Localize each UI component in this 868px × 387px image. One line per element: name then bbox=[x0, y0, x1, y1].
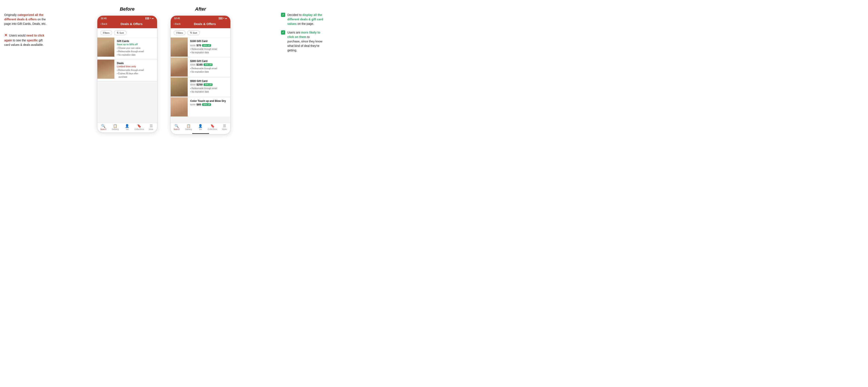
right-annotation-text-1: Decided to display all the different dea… bbox=[287, 13, 323, 26]
after-tab-delivery-label: Delivery bbox=[185, 128, 192, 130]
before-spacer bbox=[97, 82, 157, 107]
after-filter-button[interactable]: Filters bbox=[174, 30, 186, 35]
before-tab-more-label: More bbox=[149, 128, 153, 130]
after-card-4-current: $85 bbox=[196, 103, 201, 106]
before-card-1-subtitle: Save up to 50% off bbox=[117, 43, 155, 46]
chevron-left-icon: ‹ bbox=[100, 23, 101, 26]
after-tab-more-label: More bbox=[222, 128, 227, 130]
after-search-icon: 🔍 bbox=[175, 124, 179, 128]
scroll-indicator bbox=[170, 132, 230, 134]
after-card-1-title: $100 Gift Card bbox=[190, 40, 208, 43]
after-collections-icon: 🔖 bbox=[210, 124, 215, 128]
left-annotation-block-2: ✕ Users would need to click again to see… bbox=[4, 32, 49, 47]
scroll-bar bbox=[192, 133, 209, 134]
before-card-deals[interactable]: Deals Limited time only • Redeemable thr… bbox=[97, 60, 157, 81]
before-more-icon: ☰ bbox=[150, 124, 153, 128]
before-phone: 12:41 ▐▐▐ ▾ ▬ ‹ Back Deals & Offers Filt… bbox=[97, 15, 157, 133]
after-card-3-badge: 50% off bbox=[204, 83, 213, 86]
after-filter-label: Filters bbox=[177, 32, 183, 34]
after-signal-icon: ▐▐▐ bbox=[218, 17, 222, 19]
filter-label: Filters bbox=[103, 32, 110, 34]
before-me-icon: 👤 bbox=[125, 124, 129, 128]
before-card-1-info: • Choose your own value • Redeemable thr… bbox=[117, 46, 155, 57]
after-tab-search[interactable]: 🔍 Search bbox=[172, 124, 181, 130]
after-card-4-price: $155 $85 45% off bbox=[190, 103, 228, 106]
after-card-3-title: $500 Gift Card bbox=[190, 79, 228, 82]
right-highlight-green-1: display all the different deals & gift c… bbox=[287, 13, 323, 26]
after-tab-more[interactable]: ☰ More bbox=[220, 124, 229, 130]
after-chevron-left-icon: ‹ bbox=[174, 23, 175, 26]
before-status-bar: 12:41 ▐▐▐ ▾ ▬ bbox=[97, 16, 157, 21]
left-annotation-block-1: Originally categorized all the different… bbox=[4, 13, 49, 26]
after-card-1-body: $100 Gift Card $100 $70 30% off • Redeem… bbox=[188, 38, 230, 57]
signal-icon: ▐▐▐ bbox=[145, 17, 149, 19]
before-tab-more[interactable]: ☰ More bbox=[147, 124, 156, 130]
after-card-300[interactable]: $300 Gift Card $300 $165 45% off • Redee… bbox=[170, 58, 230, 77]
after-card-100[interactable]: $100 Gift Card $100 $70 30% off • Redeem… bbox=[170, 38, 230, 57]
before-card-2-body: Deals Limited time only • Redeemable thr… bbox=[114, 60, 157, 81]
before-sort-button[interactable]: ⇅ Sort bbox=[114, 30, 126, 35]
after-back-button[interactable]: ‹ Back bbox=[174, 23, 181, 26]
highlight-red-2: need to click again bbox=[4, 34, 44, 42]
after-column: After 12:41 ▐▐▐ ▾ ▬ ‹ Back Deals & Offer… bbox=[170, 6, 231, 135]
before-search-icon: 🔍 bbox=[101, 124, 105, 128]
after-phone: 12:41 ▐▐▐ ▾ ▬ ‹ Back Deals & Offers Filt… bbox=[170, 15, 231, 135]
before-filter-button[interactable]: Filters bbox=[100, 30, 112, 35]
after-card-500[interactable]: $500 Gift Card $500 $250 50% off • Redee… bbox=[170, 77, 230, 97]
before-card-1-image bbox=[97, 38, 114, 57]
after-card-3-image bbox=[170, 77, 188, 97]
before-tab-search[interactable]: 🔍 Search bbox=[99, 124, 108, 130]
before-tab-me[interactable]: 👤 Me bbox=[122, 124, 132, 130]
after-card-4-original: $155 bbox=[190, 103, 195, 106]
after-card-4-title: Color Touch up and Blow Dry bbox=[190, 100, 228, 103]
before-tab-me-label: Me bbox=[126, 128, 129, 130]
after-tab-me[interactable]: 👤 Me bbox=[196, 124, 205, 130]
before-delivery-icon: 📋 bbox=[113, 124, 117, 128]
after-more-icon: ☰ bbox=[223, 124, 226, 128]
before-card-1-body: Gift Cards Save up to 50% off • Choose y… bbox=[114, 38, 157, 59]
before-card-gift-cards[interactable]: Gift Cards Save up to 50% off • Choose y… bbox=[97, 38, 157, 59]
after-card-3-current: $250 bbox=[196, 83, 203, 86]
after-sort-button[interactable]: ⇅ Sort bbox=[187, 30, 200, 35]
after-card-2-badge: 45% off bbox=[204, 64, 213, 66]
annotation-text-2: Users would need to click again to see t… bbox=[4, 34, 44, 46]
right-annotation-block-1: ✓ Decided to display all the different d… bbox=[281, 13, 323, 26]
after-card-3-original: $500 bbox=[190, 83, 195, 86]
before-tab-delivery[interactable]: 📋 Delivery bbox=[111, 124, 120, 130]
after-card-color[interactable]: Color Touch up and Blow Dry $155 $85 45%… bbox=[170, 97, 230, 116]
after-card-1-badge: 30% off bbox=[202, 44, 211, 47]
after-card-2-title: $300 Gift Card bbox=[190, 60, 228, 63]
after-card-1-current: $70 bbox=[196, 44, 201, 47]
left-annotation-panel: Originally categorized all the different… bbox=[4, 6, 51, 54]
before-collections-icon: 🔖 bbox=[137, 124, 141, 128]
before-title: Before bbox=[120, 6, 135, 12]
sort-icon: ⇅ bbox=[117, 31, 119, 34]
highlight-red-3: specific bbox=[27, 39, 38, 42]
after-card-2-body: $300 Gift Card $300 $165 45% off • Redee… bbox=[188, 58, 230, 77]
after-card-2-original: $300 bbox=[190, 64, 195, 66]
before-card-2-subtitle: Limited time only bbox=[117, 65, 155, 68]
before-tab-delivery-label: Delivery bbox=[112, 128, 119, 130]
before-back-button[interactable]: ‹ Back bbox=[100, 23, 107, 26]
screens-wrapper: Before 12:41 ▐▐▐ ▾ ▬ ‹ Back Deals & Offe… bbox=[51, 6, 277, 135]
checkmark-icon-2: ✓ bbox=[281, 30, 285, 35]
after-sort-label: Sort bbox=[193, 32, 197, 34]
before-tab-search-label: Search bbox=[100, 128, 106, 130]
after-tab-delivery[interactable]: 📋 Delivery bbox=[184, 124, 193, 130]
after-card-3-body: $500 Gift Card $500 $250 50% off • Redee… bbox=[188, 77, 230, 97]
before-status-time: 12:41 bbox=[101, 17, 107, 20]
after-sort-icon: ⇅ bbox=[190, 31, 192, 34]
before-tab-collections[interactable]: 🔖 Collections bbox=[134, 124, 144, 130]
after-back-label: Back bbox=[175, 23, 181, 26]
before-card-2-title: Deals bbox=[117, 62, 155, 65]
after-title: After bbox=[195, 6, 206, 12]
right-annotation-text-2: Users are more likely to click on them t… bbox=[287, 30, 323, 52]
before-tab-collections-label: Collections bbox=[134, 128, 144, 130]
checkmark-icon-1: ✓ bbox=[281, 13, 285, 17]
before-card-1-title: Gift Cards bbox=[117, 40, 155, 43]
after-tab-collections[interactable]: 🔖 Collections bbox=[208, 124, 217, 130]
after-card-3-price: $500 $250 50% off bbox=[190, 83, 228, 86]
before-nav-bar: ‹ Back Deals & Offers bbox=[97, 21, 157, 28]
after-card-1-image bbox=[170, 38, 188, 57]
after-content-area: $100 Gift Card $100 $70 30% off • Redeem… bbox=[170, 38, 230, 122]
